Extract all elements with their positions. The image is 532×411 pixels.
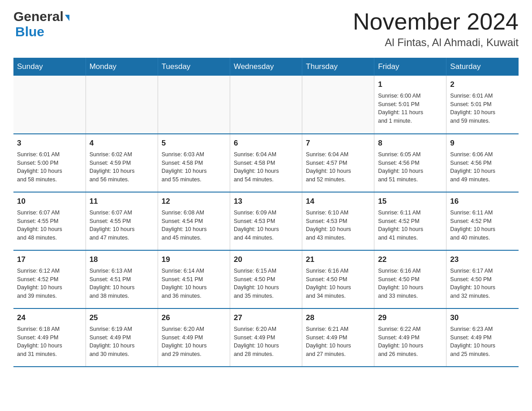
day-info: Sunrise: 6:17 AM Sunset: 4:50 PM Dayligh… bbox=[450, 267, 515, 300]
day-number: 16 bbox=[450, 196, 515, 207]
day-number: 1 bbox=[378, 79, 442, 90]
day-number: 17 bbox=[17, 254, 82, 265]
day-number: 27 bbox=[234, 313, 298, 324]
day-number: 20 bbox=[234, 254, 298, 265]
calendar-cell bbox=[158, 76, 230, 134]
day-number: 18 bbox=[90, 254, 154, 265]
day-info: Sunrise: 6:16 AM Sunset: 4:50 PM Dayligh… bbox=[306, 267, 370, 300]
day-number: 25 bbox=[90, 313, 154, 324]
day-info: Sunrise: 6:03 AM Sunset: 4:58 PM Dayligh… bbox=[162, 150, 226, 184]
day-info: Sunrise: 6:04 AM Sunset: 4:57 PM Dayligh… bbox=[306, 150, 370, 184]
calendar-cell: 25Sunrise: 6:19 AM Sunset: 4:49 PM Dayli… bbox=[86, 308, 158, 367]
day-number: 30 bbox=[450, 313, 515, 324]
month-title: November 2024 bbox=[353, 9, 519, 34]
day-number: 12 bbox=[162, 196, 226, 207]
day-info: Sunrise: 6:22 AM Sunset: 4:49 PM Dayligh… bbox=[378, 325, 442, 359]
day-number: 10 bbox=[17, 196, 82, 207]
calendar-cell: 10Sunrise: 6:07 AM Sunset: 4:55 PM Dayli… bbox=[13, 192, 86, 250]
day-info: Sunrise: 6:10 AM Sunset: 4:53 PM Dayligh… bbox=[306, 209, 370, 242]
day-info: Sunrise: 6:12 AM Sunset: 4:52 PM Dayligh… bbox=[17, 267, 82, 300]
calendar-cell: 13Sunrise: 6:09 AM Sunset: 4:53 PM Dayli… bbox=[230, 192, 302, 250]
day-info: Sunrise: 6:14 AM Sunset: 4:51 PM Dayligh… bbox=[162, 267, 226, 300]
calendar-cell: 21Sunrise: 6:16 AM Sunset: 4:50 PM Dayli… bbox=[302, 250, 374, 308]
day-number: 21 bbox=[306, 254, 370, 265]
day-number: 8 bbox=[378, 138, 442, 149]
day-info: Sunrise: 6:16 AM Sunset: 4:50 PM Dayligh… bbox=[378, 267, 442, 300]
day-info: Sunrise: 6:00 AM Sunset: 5:01 PM Dayligh… bbox=[378, 92, 442, 125]
calendar-cell: 8Sunrise: 6:05 AM Sunset: 4:56 PM Daylig… bbox=[374, 134, 446, 192]
calendar-cell: 5Sunrise: 6:03 AM Sunset: 4:58 PM Daylig… bbox=[158, 134, 230, 192]
day-info: Sunrise: 6:01 AM Sunset: 5:00 PM Dayligh… bbox=[17, 150, 82, 184]
weekday-header-wednesday: Wednesday bbox=[230, 58, 302, 76]
weekday-header-sunday: Sunday bbox=[13, 58, 86, 76]
day-info: Sunrise: 6:15 AM Sunset: 4:50 PM Dayligh… bbox=[234, 267, 298, 300]
calendar-cell: 11Sunrise: 6:07 AM Sunset: 4:55 PM Dayli… bbox=[86, 192, 158, 250]
calendar-cell: 1Sunrise: 6:00 AM Sunset: 5:01 PM Daylig… bbox=[374, 76, 446, 134]
day-info: Sunrise: 6:01 AM Sunset: 5:01 PM Dayligh… bbox=[450, 92, 515, 125]
day-number: 14 bbox=[306, 196, 370, 207]
day-number: 23 bbox=[450, 254, 515, 265]
day-number: 26 bbox=[162, 313, 226, 324]
calendar-cell: 18Sunrise: 6:13 AM Sunset: 4:51 PM Dayli… bbox=[86, 250, 158, 308]
day-number: 29 bbox=[378, 313, 442, 324]
logo-arrow-icon bbox=[65, 15, 69, 21]
calendar-cell: 22Sunrise: 6:16 AM Sunset: 4:50 PM Dayli… bbox=[374, 250, 446, 308]
day-info: Sunrise: 6:13 AM Sunset: 4:51 PM Dayligh… bbox=[90, 267, 154, 300]
calendar-cell: 23Sunrise: 6:17 AM Sunset: 4:50 PM Dayli… bbox=[446, 250, 519, 308]
calendar-cell: 26Sunrise: 6:20 AM Sunset: 4:49 PM Dayli… bbox=[158, 308, 230, 367]
day-info: Sunrise: 6:11 AM Sunset: 4:52 PM Dayligh… bbox=[450, 209, 515, 242]
day-number: 15 bbox=[378, 196, 442, 207]
logo-blue-text: Blue bbox=[15, 24, 44, 39]
day-info: Sunrise: 6:09 AM Sunset: 4:53 PM Dayligh… bbox=[234, 209, 298, 242]
calendar-cell bbox=[230, 76, 302, 134]
day-number: 22 bbox=[378, 254, 442, 265]
day-info: Sunrise: 6:11 AM Sunset: 4:52 PM Dayligh… bbox=[378, 209, 442, 242]
day-info: Sunrise: 6:05 AM Sunset: 4:56 PM Dayligh… bbox=[378, 150, 442, 184]
calendar-cell bbox=[302, 76, 374, 134]
calendar-week-row: 3Sunrise: 6:01 AM Sunset: 5:00 PM Daylig… bbox=[13, 134, 519, 192]
weekday-header-row: SundayMondayTuesdayWednesdayThursdayFrid… bbox=[13, 58, 519, 76]
calendar-week-row: 17Sunrise: 6:12 AM Sunset: 4:52 PM Dayli… bbox=[13, 250, 519, 308]
calendar-cell: 4Sunrise: 6:02 AM Sunset: 4:59 PM Daylig… bbox=[86, 134, 158, 192]
day-number: 3 bbox=[17, 138, 82, 149]
calendar-cell: 17Sunrise: 6:12 AM Sunset: 4:52 PM Dayli… bbox=[13, 250, 86, 308]
calendar-cell: 15Sunrise: 6:11 AM Sunset: 4:52 PM Dayli… bbox=[374, 192, 446, 250]
day-info: Sunrise: 6:08 AM Sunset: 4:54 PM Dayligh… bbox=[162, 209, 226, 242]
calendar-cell: 30Sunrise: 6:23 AM Sunset: 4:49 PM Dayli… bbox=[446, 308, 519, 367]
calendar-week-row: 24Sunrise: 6:18 AM Sunset: 4:49 PM Dayli… bbox=[13, 308, 519, 367]
day-number: 13 bbox=[234, 196, 298, 207]
header: General Blue November 2024 Al Fintas, Al… bbox=[13, 9, 519, 49]
calendar-cell bbox=[13, 76, 86, 134]
day-number: 24 bbox=[17, 313, 82, 324]
day-info: Sunrise: 6:07 AM Sunset: 4:55 PM Dayligh… bbox=[17, 209, 82, 242]
calendar-table: SundayMondayTuesdayWednesdayThursdayFrid… bbox=[13, 58, 519, 367]
weekday-header-friday: Friday bbox=[374, 58, 446, 76]
day-number: 5 bbox=[162, 138, 226, 149]
day-info: Sunrise: 6:18 AM Sunset: 4:49 PM Dayligh… bbox=[17, 325, 82, 359]
calendar-cell: 16Sunrise: 6:11 AM Sunset: 4:52 PM Dayli… bbox=[446, 192, 519, 250]
calendar-cell: 24Sunrise: 6:18 AM Sunset: 4:49 PM Dayli… bbox=[13, 308, 86, 367]
title-area: November 2024 Al Fintas, Al Ahmadi, Kuwa… bbox=[353, 9, 519, 49]
calendar-cell: 27Sunrise: 6:20 AM Sunset: 4:49 PM Dayli… bbox=[230, 308, 302, 367]
calendar-week-row: 10Sunrise: 6:07 AM Sunset: 4:55 PM Dayli… bbox=[13, 192, 519, 250]
day-info: Sunrise: 6:21 AM Sunset: 4:49 PM Dayligh… bbox=[306, 325, 370, 359]
day-info: Sunrise: 6:02 AM Sunset: 4:59 PM Dayligh… bbox=[90, 150, 154, 184]
day-number: 4 bbox=[90, 138, 154, 149]
day-info: Sunrise: 6:20 AM Sunset: 4:49 PM Dayligh… bbox=[162, 325, 226, 359]
calendar-cell: 14Sunrise: 6:10 AM Sunset: 4:53 PM Dayli… bbox=[302, 192, 374, 250]
day-info: Sunrise: 6:19 AM Sunset: 4:49 PM Dayligh… bbox=[90, 325, 154, 359]
weekday-header-saturday: Saturday bbox=[446, 58, 519, 76]
day-number: 9 bbox=[450, 138, 515, 149]
calendar-cell: 9Sunrise: 6:06 AM Sunset: 4:56 PM Daylig… bbox=[446, 134, 519, 192]
logo: General Blue bbox=[13, 9, 69, 39]
calendar-cell: 20Sunrise: 6:15 AM Sunset: 4:50 PM Dayli… bbox=[230, 250, 302, 308]
day-number: 19 bbox=[162, 254, 226, 265]
calendar-cell: 2Sunrise: 6:01 AM Sunset: 5:01 PM Daylig… bbox=[446, 76, 519, 134]
calendar-week-row: 1Sunrise: 6:00 AM Sunset: 5:01 PM Daylig… bbox=[13, 76, 519, 134]
calendar-cell bbox=[86, 76, 158, 134]
calendar-cell: 3Sunrise: 6:01 AM Sunset: 5:00 PM Daylig… bbox=[13, 134, 86, 192]
calendar-cell: 12Sunrise: 6:08 AM Sunset: 4:54 PM Dayli… bbox=[158, 192, 230, 250]
day-number: 7 bbox=[306, 138, 370, 149]
day-info: Sunrise: 6:06 AM Sunset: 4:56 PM Dayligh… bbox=[450, 150, 515, 184]
day-info: Sunrise: 6:20 AM Sunset: 4:49 PM Dayligh… bbox=[234, 325, 298, 359]
